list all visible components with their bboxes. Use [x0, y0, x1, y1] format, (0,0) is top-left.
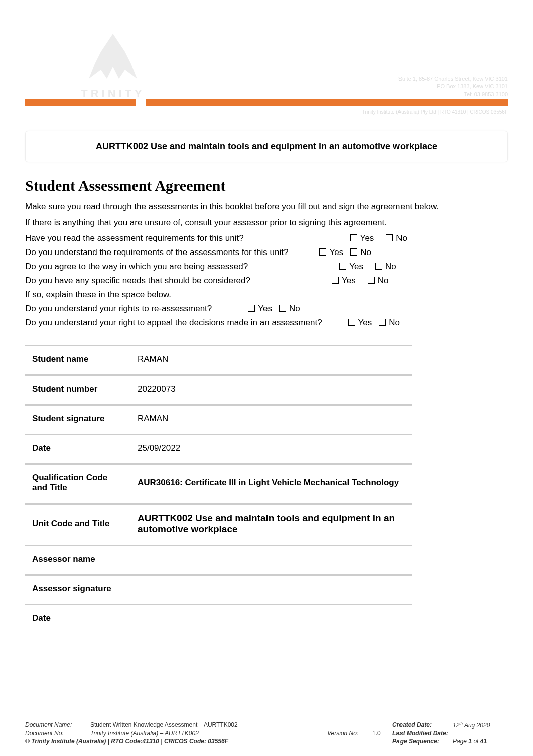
qualification-value: AUR30616: Certificate III in Light Vehic… [130, 463, 412, 501]
assessor-name-value[interactable] [130, 545, 412, 572]
checkbox-icon[interactable] [375, 263, 382, 270]
checkbox-icon[interactable] [368, 277, 375, 284]
table-row: Assessor signature [25, 574, 412, 602]
table-row: Unit Code and Title AURTTK002 Use and ma… [25, 503, 412, 543]
created-date-label: Created Date: [392, 721, 453, 729]
document-footer: Document Name: Student Written Knowledge… [25, 721, 508, 746]
assessor-signature-value[interactable] [130, 574, 412, 602]
table-row: Date [25, 604, 412, 632]
no-option[interactable]: No [375, 262, 396, 272]
checkbox-icon[interactable] [319, 248, 326, 256]
logo-text: TRINITY [81, 87, 145, 100]
unit-code-label: Unit Code and Title [25, 503, 130, 543]
yes-option[interactable]: Yes [348, 318, 372, 328]
yes-label: Yes [342, 276, 356, 286]
yes-label: Yes [349, 262, 363, 272]
no-option[interactable]: No [379, 318, 400, 328]
checkbox-icon[interactable] [350, 248, 357, 256]
date2-label: Date [25, 604, 130, 632]
page-sequence-label: Page Sequence: [392, 738, 453, 745]
no-label: No [378, 276, 389, 286]
created-date-value: 12th Aug 2020 [453, 721, 508, 729]
no-option[interactable]: No [279, 304, 300, 314]
intro-line-1: Make sure you read through the assessmen… [25, 201, 508, 212]
question-row-2: Do you understand the requirements of th… [25, 247, 508, 258]
yes-label: Yes [258, 304, 272, 314]
table-row: Student signature RAMAN [25, 404, 412, 432]
question-text: Do you understand your rights to re-asse… [25, 304, 212, 314]
question-row-4: Do you have any specific needs that shou… [25, 276, 508, 286]
question-text: Do you agree to the way in which you are… [25, 262, 248, 272]
doc-no-value: Trinity Institute (Australia) – AURTTK00… [90, 730, 327, 737]
agreement-table: Student name RAMAN Student number 202200… [25, 343, 412, 634]
checkbox-icon[interactable] [386, 234, 393, 241]
question-text: Do you understand the requirements of th… [25, 247, 288, 258]
yes-option[interactable]: Yes [350, 233, 374, 243]
no-label: No [389, 318, 400, 328]
header-address: Suite 1, 85-87 Charles Street, Kew VIC 3… [398, 75, 508, 98]
yes-option[interactable]: Yes [332, 276, 356, 286]
unit-title-box: AURTTK002 Use and maintain tools and equ… [25, 131, 508, 162]
address-line: Tel: 03 9853 3100 [398, 91, 508, 98]
student-signature-value[interactable]: RAMAN [130, 404, 412, 432]
footer-row: © Trinity Institute (Australia) | RTO Co… [25, 738, 508, 745]
version-label: Version No: [327, 730, 372, 737]
yes-label: Yes [360, 233, 374, 243]
yes-option[interactable]: Yes [339, 262, 363, 272]
version-value: 1.0 [372, 730, 392, 737]
table-row: Assessor name [25, 545, 412, 572]
footer-row: Document Name: Student Written Knowledge… [25, 721, 508, 729]
no-option[interactable]: No [386, 233, 407, 243]
checkbox-icon[interactable] [350, 234, 357, 241]
student-number-value[interactable]: 20220073 [130, 374, 412, 402]
student-signature-label: Student signature [25, 404, 130, 432]
date2-value[interactable] [130, 604, 412, 632]
eagle-icon [83, 30, 143, 85]
yes-label: Yes [329, 247, 343, 258]
table-row: Student name RAMAN [25, 345, 412, 372]
yes-label: Yes [358, 318, 372, 328]
table-row: Qualification Code and Title AUR30616: C… [25, 463, 412, 501]
checkbox-icon[interactable] [332, 277, 339, 284]
header-subline: Trinity Institute (Australia) Pty Ltd | … [362, 109, 508, 115]
section-heading: Student Assessment Agreement [25, 177, 508, 194]
no-label: No [385, 262, 396, 272]
question-row-5: If so, explain these in the space below. [25, 290, 508, 300]
date-value[interactable]: 25/09/2022 [130, 434, 412, 461]
question-row-7: Do you understand your right to appeal t… [25, 318, 508, 328]
table-row: Student number 20220073 [25, 374, 412, 402]
doc-no-label: Document No: [25, 730, 90, 737]
checkbox-icon[interactable] [279, 305, 286, 312]
question-text: If so, explain these in the space below. [25, 290, 171, 300]
copyright-text: © Trinity Institute (Australia) | RTO Co… [25, 738, 392, 745]
student-name-value[interactable]: RAMAN [130, 345, 412, 372]
question-row-3: Do you agree to the way in which you are… [25, 262, 508, 272]
footer-row: Document No: Trinity Institute (Australi… [25, 730, 508, 737]
yes-option[interactable]: Yes [319, 247, 343, 258]
address-line: PO Box 1383, Kew VIC 3101 [398, 83, 508, 90]
orange-bar-left [25, 99, 136, 106]
page-sequence-value: Page 1 of 41 [453, 738, 508, 745]
question-row-6: Do you understand your rights to re-asse… [25, 304, 508, 314]
address-line: Suite 1, 85-87 Charles Street, Kew VIC 3… [398, 75, 508, 83]
question-row-1: Have you read the assessment requirement… [25, 233, 508, 243]
checkbox-icon[interactable] [348, 319, 355, 326]
trinity-logo: TRINITY [75, 30, 151, 110]
question-text: Do you have any specific needs that shou… [25, 276, 250, 286]
yes-option[interactable]: Yes [248, 304, 272, 314]
checkbox-icon[interactable] [248, 305, 255, 312]
document-header: TRINITY Suite 1, 85-87 Charles Street, K… [25, 20, 508, 120]
checkbox-icon[interactable] [379, 319, 386, 326]
date-label: Date [25, 434, 130, 461]
student-name-label: Student name [25, 345, 130, 372]
checkbox-icon[interactable] [339, 263, 346, 270]
no-option[interactable]: No [368, 276, 389, 286]
no-option[interactable]: No [350, 247, 371, 258]
modified-date-label: Last Modified Date: [392, 730, 453, 737]
table-row: Date 25/09/2022 [25, 434, 412, 461]
assessor-name-label: Assessor name [25, 545, 130, 572]
no-label: No [360, 247, 371, 258]
assessor-signature-label: Assessor signature [25, 574, 130, 602]
modified-date-value [453, 730, 508, 737]
student-number-label: Student number [25, 374, 130, 402]
